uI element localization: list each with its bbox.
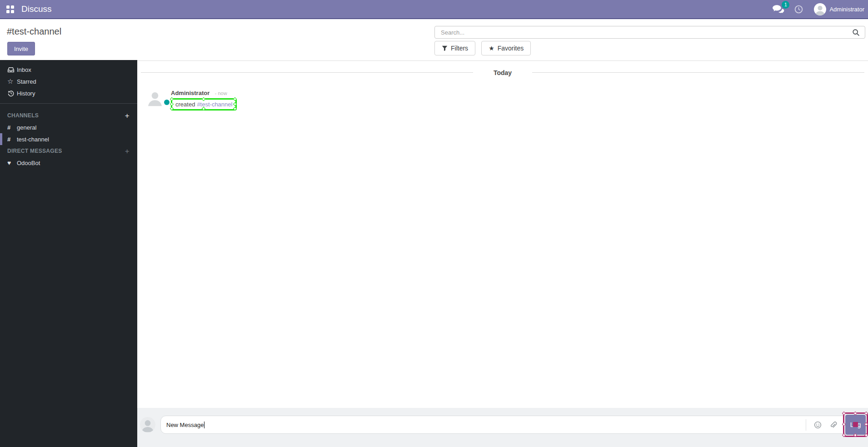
star-outline-icon: ☆: [7, 77, 17, 85]
sidebar-item-label: History: [17, 90, 35, 97]
topbar-right: 1 Administrator: [772, 3, 868, 15]
favorites-button[interactable]: ★ Favorites: [481, 41, 531, 55]
message-row: Administrator - now created#test-channel: [146, 89, 868, 110]
message-input-value: New Message: [166, 422, 204, 428]
filter-row: Filters ★ Favorites: [434, 41, 531, 55]
composer-avatar: [140, 417, 155, 432]
resize-handle: [233, 97, 237, 101]
channel-label: test-channel: [17, 136, 49, 143]
dm-label: OdooBot: [17, 160, 40, 166]
channels-section-header: CHANNELS +: [0, 110, 137, 121]
history-icon: [7, 90, 17, 97]
search-input[interactable]: [434, 26, 865, 39]
message-header: Administrator - now: [171, 89, 237, 97]
discuss-sidebar: Inbox ☆ Starred History CHANNELS + # gen…: [0, 60, 137, 447]
search-box: [434, 26, 865, 39]
channel-title: #test-channel: [7, 26, 61, 37]
composer-divider: [806, 419, 806, 431]
search-icon[interactable]: [852, 29, 860, 36]
dm-section-header: DIRECT MESSAGES +: [0, 145, 137, 157]
filters-label: Filters: [451, 45, 468, 52]
control-panel: #test-channel Invite Filters ★ Favorites: [0, 20, 868, 61]
activities-menu-button[interactable]: [794, 5, 803, 14]
heart-icon: ♥: [7, 159, 17, 166]
sidebar-item-label: Starred: [17, 78, 36, 85]
message-input[interactable]: New Message Log: [160, 416, 866, 434]
funnel-icon: [442, 45, 448, 51]
sidebar-channel-general[interactable]: # general: [0, 121, 137, 133]
invite-button[interactable]: Invite: [7, 42, 35, 55]
hash-icon: #: [7, 124, 17, 131]
add-channel-icon[interactable]: +: [125, 112, 130, 120]
app-title: Discuss: [21, 4, 52, 14]
messages-menu-button[interactable]: 1: [772, 5, 784, 14]
clock-icon: [794, 5, 803, 14]
resize-handle: [842, 412, 846, 415]
top-navbar: Discuss 1 Administrator: [0, 0, 868, 19]
sidebar-item-history[interactable]: History: [0, 87, 137, 99]
channel-link[interactable]: #test-channel: [197, 101, 232, 108]
sidebar-item-label: Inbox: [17, 66, 31, 73]
sidebar-item-inbox[interactable]: Inbox: [0, 64, 137, 75]
user-menu-label[interactable]: Administrator: [829, 6, 864, 13]
star-icon: ★: [489, 45, 494, 52]
text-cursor: [204, 422, 205, 428]
hash-icon: #: [7, 136, 17, 143]
user-avatar[interactable]: [814, 3, 826, 15]
emoji-icon[interactable]: [814, 421, 822, 429]
message-body-text: created: [175, 101, 195, 108]
separator-line: [532, 72, 864, 73]
messages-count-badge: 1: [782, 1, 789, 9]
resize-handle: [233, 107, 237, 110]
message-author-avatar: [146, 89, 164, 106]
inbox-icon: [7, 66, 17, 73]
sidebar-divider: [0, 103, 137, 104]
channels-section-title: CHANNELS: [7, 112, 39, 119]
message-thread: Today Administrator - now created#test-c…: [137, 61, 868, 408]
sidebar-dm-odoobot[interactable]: ♥ OdooBot: [0, 157, 137, 169]
channel-label: general: [17, 124, 36, 131]
dm-section-title: DIRECT MESSAGES: [7, 148, 62, 154]
sidebar-item-starred[interactable]: ☆ Starred: [0, 75, 137, 87]
sidebar-channel-test-channel[interactable]: # test-channel: [0, 133, 137, 145]
resize-handle: [170, 107, 174, 110]
resize-handle: [170, 102, 174, 105]
message-body-annotation-box: created#test-channel: [171, 98, 237, 110]
date-separator-label: Today: [473, 69, 532, 76]
message-author: Administrator: [171, 90, 210, 96]
attachment-icon[interactable]: [829, 421, 837, 429]
add-dm-icon[interactable]: +: [125, 147, 130, 155]
separator-line: [141, 72, 473, 73]
log-button[interactable]: Log: [845, 415, 866, 435]
message-content: Administrator - now created#test-channel: [171, 89, 237, 110]
favorites-label: Favorites: [498, 45, 524, 52]
resize-handle: [233, 102, 237, 105]
message-composer: New Message Log: [137, 408, 868, 447]
resize-handle: [201, 97, 205, 101]
log-button-wrap: Log: [845, 415, 866, 435]
online-status-dot: [164, 100, 170, 105]
composer-icons: [806, 416, 837, 433]
resize-handle: [170, 97, 174, 101]
filters-button[interactable]: Filters: [434, 41, 475, 55]
apps-menu-icon[interactable]: [6, 5, 14, 13]
message-timestamp: - now: [215, 90, 227, 96]
date-separator: Today: [141, 69, 864, 76]
